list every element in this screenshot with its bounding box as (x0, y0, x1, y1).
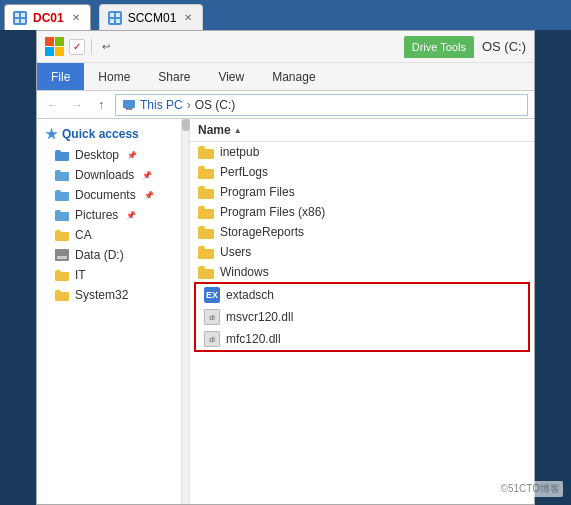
svg-rect-8 (123, 100, 135, 108)
windows-icon (198, 266, 214, 279)
program-files-x86-icon (198, 206, 214, 219)
file-item-mfc120[interactable]: dl mfc120.dll (196, 328, 528, 350)
path-part-2: OS (C:) (195, 98, 236, 112)
svg-rect-1 (21, 13, 25, 17)
sidebar-scroll-thumb[interactable] (182, 119, 190, 131)
file-item-perflogs[interactable]: PerfLogs (190, 162, 534, 182)
os-label: OS (C:) (474, 39, 526, 54)
tab-dc01-close[interactable]: ✕ (70, 11, 82, 24)
computer-icon (122, 98, 136, 112)
sort-icon: ▲ (234, 126, 242, 135)
program-files-icon (198, 186, 214, 199)
downloads-folder-icon (55, 170, 69, 181)
svg-rect-0 (15, 13, 19, 17)
tab-dc01-icon (13, 11, 27, 25)
back-button[interactable]: ← (43, 95, 63, 115)
address-bar: ← → ↑ This PC › OS (C:) (37, 91, 534, 119)
sidebar-item-documents[interactable]: Documents 📌 (37, 185, 181, 205)
menu-tab-view[interactable]: View (204, 63, 258, 90)
file-item-users[interactable]: Users (190, 242, 534, 262)
tab-bar: DC01 ✕ SCCM01 ✕ (0, 0, 571, 30)
inetpub-icon (198, 146, 214, 159)
system32-folder-icon (55, 290, 69, 301)
tab-sccm01-label: SCCM01 (128, 11, 177, 25)
sidebar-item-it[interactable]: IT (37, 265, 181, 285)
storagereports-icon (198, 226, 214, 239)
title-bar: ✓ ↩ Drive Tools OS (C:) (37, 31, 534, 63)
svg-rect-3 (21, 19, 25, 23)
quick-access-header: ★ Quick access (37, 123, 181, 145)
documents-folder-icon (55, 190, 69, 201)
checkmark-icon[interactable]: ✓ (69, 39, 85, 55)
tab-sccm01-close[interactable]: ✕ (182, 11, 194, 24)
highlighted-files-group: EX extadsch dl msvcr120.dll dl mfc120.dl… (194, 282, 530, 352)
menu-tab-home[interactable]: Home (84, 63, 144, 90)
msvcr120-dll-icon: dl (204, 309, 220, 325)
up-button[interactable]: ↑ (91, 95, 111, 115)
svg-rect-5 (116, 13, 120, 17)
path-sep-1: › (187, 98, 191, 112)
address-path[interactable]: This PC › OS (C:) (115, 94, 528, 116)
sidebar-item-pictures[interactable]: Pictures 📌 (37, 205, 181, 225)
ca-folder-icon (55, 230, 69, 241)
mfc120-dll-icon: dl (204, 331, 220, 347)
svg-rect-6 (110, 19, 114, 23)
file-item-windows[interactable]: Windows (190, 262, 534, 282)
tab-sccm01[interactable]: SCCM01 ✕ (99, 4, 204, 30)
svg-rect-10 (125, 108, 133, 109)
pictures-folder-icon (55, 210, 69, 221)
desktop-folder-icon (55, 150, 69, 161)
file-item-storagereports[interactable]: StorageReports (190, 222, 534, 242)
drive-tools-badge[interactable]: Drive Tools (404, 36, 474, 58)
tab-sccm01-icon (108, 11, 122, 25)
name-column-header: Name (198, 123, 231, 137)
sidebar-item-downloads[interactable]: Downloads 📌 (37, 165, 181, 185)
it-folder-icon (55, 270, 69, 281)
pin-icon-desktop: 📌 (127, 151, 137, 160)
undo-icon[interactable]: ↩ (98, 39, 114, 55)
pin-icon-pictures: 📌 (126, 211, 136, 220)
title-bar-left: ✓ ↩ (45, 37, 114, 57)
explorer-window: ✓ ↩ Drive Tools OS (C:) File Home Share (36, 30, 535, 505)
file-list: Name ▲ inetpub PerfLogs Program Files (190, 119, 534, 504)
pin-icon-documents: 📌 (144, 191, 154, 200)
extadsch-exe-icon: EX (204, 287, 220, 303)
file-list-header: Name ▲ (190, 119, 534, 142)
path-part-1: This PC (140, 98, 183, 112)
pin-icon-downloads: 📌 (142, 171, 152, 180)
sidebar-item-desktop[interactable]: Desktop 📌 (37, 145, 181, 165)
file-item-program-files-x86[interactable]: Program Files (x86) (190, 202, 534, 222)
quick-access-star: ★ (45, 126, 58, 142)
perflogs-icon (198, 166, 214, 179)
svg-rect-2 (15, 19, 19, 23)
menu-tabs: File Home Share View Manage (37, 63, 534, 91)
tab-dc01[interactable]: DC01 ✕ (4, 4, 91, 30)
menu-tab-file[interactable]: File (37, 63, 84, 90)
svg-rect-4 (110, 13, 114, 17)
windows-logo (45, 37, 65, 57)
menu-tab-share[interactable]: Share (144, 63, 204, 90)
sidebar-item-data-d[interactable]: Data (D:) (37, 245, 181, 265)
watermark: ©51CTO博客 (498, 481, 563, 497)
main-content: ★ Quick access Desktop 📌 Downloads 📌 (37, 119, 534, 504)
file-item-inetpub[interactable]: inetpub (190, 142, 534, 162)
file-item-extadsch[interactable]: EX extadsch (196, 284, 528, 306)
sidebar: ★ Quick access Desktop 📌 Downloads 📌 (37, 119, 182, 504)
svg-rect-7 (116, 19, 120, 23)
svg-rect-9 (126, 109, 132, 110)
menu-tab-manage[interactable]: Manage (258, 63, 329, 90)
file-item-msvcr120[interactable]: dl msvcr120.dll (196, 306, 528, 328)
tab-dc01-label: DC01 (33, 11, 64, 25)
sidebar-item-ca[interactable]: CA (37, 225, 181, 245)
forward-button[interactable]: → (67, 95, 87, 115)
sidebar-scrollbar[interactable] (182, 119, 190, 504)
file-item-program-files[interactable]: Program Files (190, 182, 534, 202)
drive-d-icon (55, 249, 69, 261)
sidebar-item-system32[interactable]: System32 (37, 285, 181, 305)
users-icon (198, 246, 214, 259)
